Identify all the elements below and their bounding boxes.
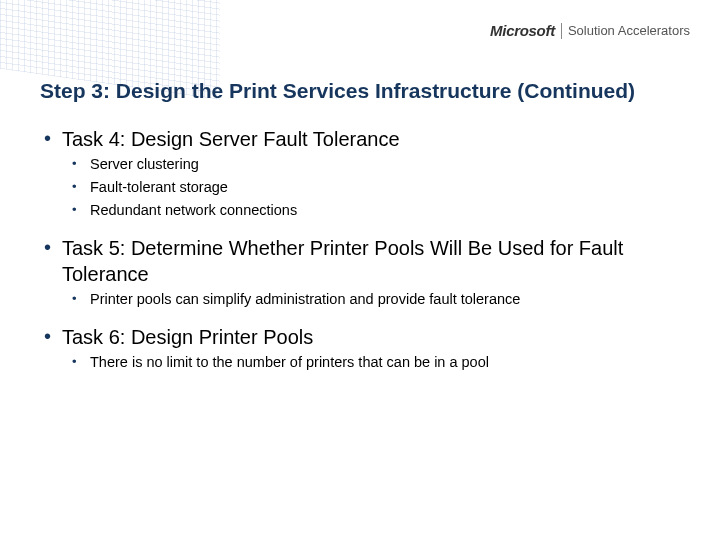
sub-bullet-text: Server clustering [90, 154, 199, 175]
bullet-list-level1: • Task 4: Design Server Fault Tolerance … [40, 126, 690, 373]
list-item: • Server clustering [72, 154, 690, 175]
bullet-icon: • [44, 235, 62, 260]
list-item: • Task 5: Determine Whether Printer Pool… [44, 235, 690, 310]
bullet-icon: • [72, 200, 90, 220]
slide-title: Step 3: Design the Print Services Infras… [40, 78, 690, 104]
bullet-text: Task 5: Determine Whether Printer Pools … [62, 235, 690, 287]
bullet-list-level2: • There is no limit to the number of pri… [44, 352, 690, 373]
bullet-icon: • [44, 126, 62, 151]
bullet-list-level2: • Printer pools can simplify administrat… [44, 289, 690, 310]
sub-bullet-text: Printer pools can simplify administratio… [90, 289, 520, 310]
bullet-icon: • [44, 324, 62, 349]
list-item: • Task 6: Design Printer Pools • There i… [44, 324, 690, 373]
list-item: • Fault-tolerant storage [72, 177, 690, 198]
sub-bullet-text: Fault-tolerant storage [90, 177, 228, 198]
bullet-text: Task 6: Design Printer Pools [62, 324, 313, 350]
slide-content: Step 3: Design the Print Services Infras… [40, 78, 690, 387]
sub-bullet-text: Redundant network connections [90, 200, 297, 221]
sub-bullet-text: There is no limit to the number of print… [90, 352, 489, 373]
list-item: • Task 4: Design Server Fault Tolerance … [44, 126, 690, 221]
bullet-text: Task 4: Design Server Fault Tolerance [62, 126, 400, 152]
bullet-list-level2: • Server clustering • Fault-tolerant sto… [44, 154, 690, 221]
brand-solution-accelerators: Solution Accelerators [568, 23, 690, 38]
bullet-icon: • [72, 352, 90, 372]
list-item: • Printer pools can simplify administrat… [72, 289, 690, 310]
bullet-icon: • [72, 289, 90, 309]
list-item: • Redundant network connections [72, 200, 690, 221]
brand-microsoft: Microsoft [490, 22, 555, 39]
bullet-icon: • [72, 177, 90, 197]
bullet-icon: • [72, 154, 90, 174]
brand-bar: Microsoft Solution Accelerators [490, 22, 690, 39]
brand-divider [561, 23, 562, 39]
list-item: • There is no limit to the number of pri… [72, 352, 690, 373]
